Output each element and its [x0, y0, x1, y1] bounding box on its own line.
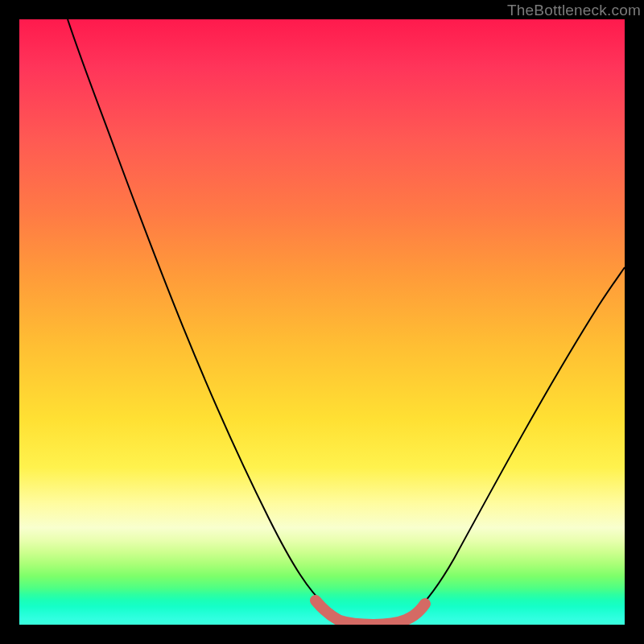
watermark-text: TheBottleneck.com	[507, 2, 641, 19]
bottleneck-curve-path	[68, 19, 625, 624]
chart-plot-area	[19, 19, 625, 625]
chart-svg	[19, 19, 625, 625]
optimal-valley-highlight-path	[316, 601, 425, 625]
chart-frame: TheBottleneck.com	[0, 0, 644, 644]
